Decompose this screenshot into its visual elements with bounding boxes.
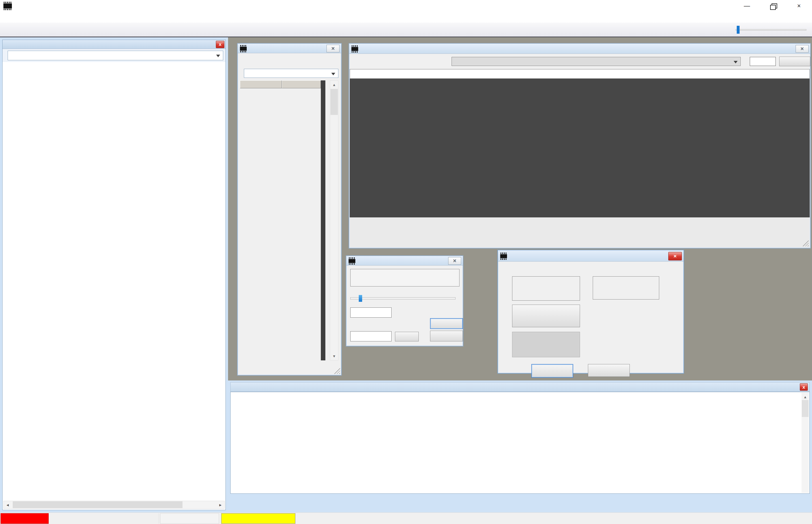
alt-window-toolbar [349,54,810,69]
app-icon [3,3,12,9]
comments-panel: x ▴ [228,380,812,512]
close-button[interactable]: × [786,0,812,12]
alt-table-title [350,69,810,79]
chip-icon [349,259,355,263]
slider-track [735,29,806,31]
patch-dialog-close-icon[interactable]: × [668,252,682,260]
current-state-box [512,276,580,301]
minimize-button[interactable]: — [734,0,760,12]
value-input[interactable] [350,308,392,317]
close-panel-icon[interactable]: x [800,383,808,391]
patch-not-applied-button [512,332,580,357]
cancel-button[interactable] [588,364,630,377]
func-vertical-scrollbar[interactable]: ▴ ▾ [330,80,338,360]
func-window-titlebar[interactable]: × [238,44,341,53]
table-filler [321,80,325,360]
func-table [240,80,321,88]
comments-content[interactable]: ▴ [230,392,810,494]
scroll-left-icon[interactable]: ◂ [4,501,12,508]
scalar-editor-dialog: × [346,255,463,346]
parameter-tree-header[interactable]: x [2,40,225,49]
scroll-right-icon[interactable]: ▸ [217,501,224,508]
apply-button[interactable] [531,364,573,378]
chip-icon [351,47,358,51]
menubar [0,12,812,23]
patch-dialog: × [497,250,684,374]
view-by-select[interactable] [7,51,223,60]
comments-scrollbar[interactable]: ▴ [801,393,809,493]
scalar-dialog-titlebar[interactable]: × [346,256,463,265]
save-button[interactable] [430,318,463,329]
slider-thumb[interactable] [737,26,740,34]
alt-grid-header [350,79,810,85]
scroll-thumb[interactable] [13,501,183,508]
value-slider-track[interactable] [350,297,456,299]
emulation-speed-slider[interactable] [735,25,806,34]
cancel-button[interactable] [430,331,463,341]
resize-grip[interactable] [802,240,809,246]
status-bar [0,512,812,524]
scroll-up-icon[interactable]: ▴ [801,393,809,400]
scroll-down-icon[interactable]: ▾ [330,352,338,360]
tree-horizontal-scrollbar[interactable]: ◂ ▸ [3,501,225,509]
volts-column-header[interactable] [240,80,282,88]
parameter-name-box [350,269,459,286]
emulation-status [1,513,49,524]
main-toolbar [0,23,812,37]
kgh-column-header[interactable] [282,80,321,88]
compare-state-box [593,276,659,299]
alt-window-titlebar[interactable]: × [349,44,810,54]
patch-dialog-titlebar[interactable]: × [498,250,683,262]
scroll-up-icon[interactable]: ▴ [330,81,338,88]
compare-value-input[interactable] [350,331,392,341]
alt-window-close-icon[interactable]: × [796,45,809,53]
empty-status-segment [160,513,219,524]
func-window-toolbar [238,53,341,67]
close-panel-icon[interactable]: x [216,41,224,48]
app-titlebar[interactable]: — × [0,0,812,12]
func-table-window: × ▴ ▾ [237,43,342,376]
parameter-tree-panel: x ◂ ▸ [2,39,226,510]
apply-patch-button[interactable] [512,305,580,327]
value-input[interactable] [750,57,776,66]
value-slider-thumb[interactable] [359,295,362,302]
alt-grid [350,79,810,217]
chip-icon [500,254,507,258]
func-window-close-icon[interactable]: × [326,45,339,52]
chip-icon [240,47,247,51]
function-select[interactable] [244,69,338,78]
hardware-status [49,513,159,524]
function-select[interactable] [452,57,741,66]
selection-info [295,513,299,524]
da-status [221,513,295,524]
scroll-thumb[interactable] [802,400,809,417]
parameter-tree-list [3,64,225,500]
resize-grip[interactable] [334,368,340,374]
scalar-dialog-close-icon[interactable]: × [448,257,461,265]
alt-view-window: × [349,43,811,248]
comments-header[interactable]: x [230,382,810,392]
alt-window-bottom [350,218,810,247]
execute-button[interactable] [779,56,810,66]
scroll-thumb[interactable] [331,89,338,115]
copy-button[interactable] [395,332,419,341]
restore-button[interactable] [760,0,786,12]
